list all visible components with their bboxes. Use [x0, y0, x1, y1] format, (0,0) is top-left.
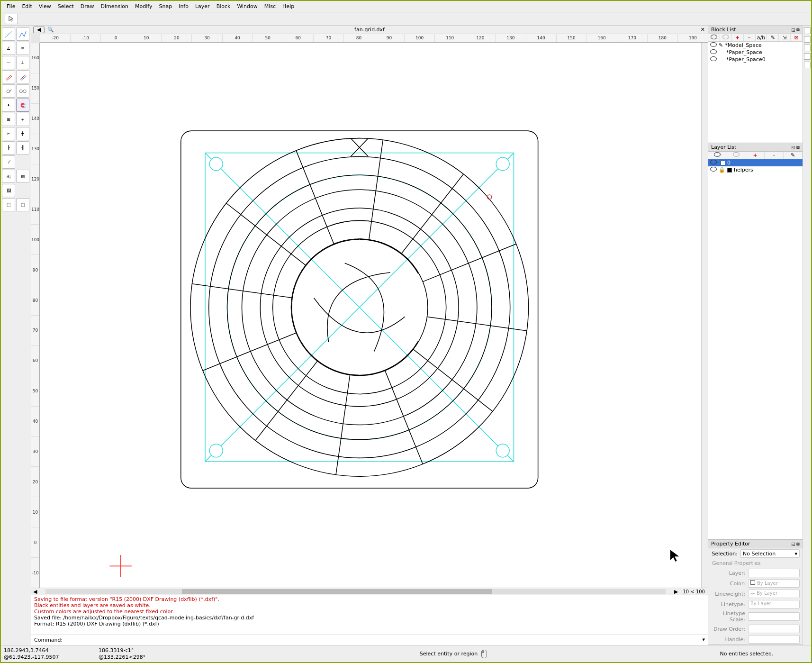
rtab-1[interactable] — [804, 27, 811, 34]
tool-image[interactable]: 🖼 — [2, 184, 15, 197]
menu-dimension[interactable]: Dimension — [98, 2, 131, 10]
ruler-y-tick: 30 — [31, 436, 39, 467]
rtab-5[interactable] — [804, 62, 811, 68]
block-rename-icon[interactable]: a/b — [756, 34, 767, 41]
prop-field-draworder[interactable] — [748, 625, 800, 633]
panel-close-icon[interactable]: ⊠ — [796, 27, 800, 32]
layer-add-icon[interactable]: + — [746, 152, 765, 159]
tool-ortho[interactable]: + — [16, 113, 29, 126]
lock-icon[interactable]: 🔒 — [719, 167, 725, 173]
vscroll[interactable] — [701, 43, 708, 588]
panel-close-icon[interactable]: ⊠ — [796, 542, 800, 546]
menu-window[interactable]: Window — [234, 2, 260, 10]
block-vis-all-icon[interactable] — [708, 34, 720, 41]
menu-snap[interactable]: Snap — [156, 2, 175, 10]
tool-text[interactable]: A| — [2, 170, 15, 183]
tool-hatch[interactable]: ▨ — [16, 170, 29, 183]
prop-field-ltscale[interactable] — [748, 612, 800, 621]
tool-break2[interactable]: ╢ — [16, 141, 29, 154]
eye-icon[interactable] — [710, 160, 717, 166]
layer-edit-icon[interactable]: ✎ — [784, 152, 803, 159]
tool-tangent1[interactable]: ○⁄ — [2, 84, 15, 98]
menu-misc[interactable]: Misc — [262, 2, 279, 10]
tool-snap1[interactable]: ✦ — [2, 99, 15, 112]
layer-row[interactable]: 🔒helpers — [708, 166, 803, 173]
eye-icon[interactable] — [710, 42, 717, 48]
ruler-y-tick: 40 — [31, 406, 39, 436]
prop-field-color[interactable]: By Layer — [748, 579, 800, 588]
layer-remove-icon[interactable]: – — [765, 152, 784, 159]
menu-layer[interactable]: Layer — [192, 2, 213, 10]
pointer-tool-button[interactable] — [5, 14, 18, 24]
layer-row[interactable]: 0 — [708, 159, 803, 166]
prop-field-linetype[interactable]: By Layer — [748, 600, 800, 609]
tool-para2[interactable] — [16, 70, 29, 83]
tool-layer-b[interactable]: ⬚ — [16, 198, 29, 211]
block-remove-icon[interactable]: – — [744, 34, 756, 41]
tool-para1[interactable] — [2, 70, 15, 83]
tool-break1[interactable]: ╟ — [2, 141, 15, 154]
menu-block[interactable]: Block — [214, 2, 234, 10]
panel-undock-icon[interactable]: ◱ — [791, 145, 795, 150]
hscroll[interactable]: ◀ ▶ 10 < 100 — [31, 588, 708, 595]
prop-field-lineweight[interactable]: — By Layer — [748, 590, 800, 598]
tool-layer-a[interactable]: ⬚ — [2, 198, 15, 211]
rtab-2[interactable] — [804, 36, 811, 43]
menu-modify[interactable]: Modify — [132, 2, 155, 10]
menu-select[interactable]: Select — [55, 2, 77, 10]
tool-angle-line[interactable]: ∠ — [2, 42, 15, 55]
rtab-3[interactable] — [804, 45, 811, 51]
panel-undock-icon[interactable]: ◱ — [791, 542, 795, 546]
command-input[interactable] — [65, 635, 699, 645]
tool-point[interactable]: ·⁄ — [2, 155, 15, 169]
menu-edit[interactable]: Edit — [19, 2, 35, 10]
tool-hline[interactable]: — — [2, 56, 15, 69]
block-edit-icon[interactable]: ✎ — [767, 34, 779, 41]
menu-info[interactable]: Info — [176, 2, 191, 10]
panel-undock-icon[interactable]: ◱ — [791, 27, 795, 32]
block-row[interactable]: *Paper_Space0 — [708, 56, 803, 63]
tool-multi-line[interactable]: ≡ — [16, 42, 29, 55]
tool-snap-magnet[interactable]: 🧲 — [16, 99, 29, 112]
tab-back-button[interactable]: ◀ — [33, 27, 45, 33]
block-row[interactable]: ✎*Model_Space — [708, 42, 803, 49]
selection-dropdown[interactable]: No Selection▾ — [740, 549, 800, 558]
eye-icon[interactable] — [710, 49, 717, 55]
status-polar-rel: @133.2261<298° — [99, 654, 222, 661]
ruler-x-tick: 60 — [283, 34, 313, 42]
ruler-x-tick: 90 — [374, 34, 404, 42]
close-tab-icon[interactable]: ✕ — [701, 27, 705, 33]
tool-tangent2[interactable]: ○○ — [16, 84, 29, 98]
block-insert-icon[interactable]: ⇲ — [779, 34, 791, 41]
panel-close-icon[interactable]: ⊠ — [796, 145, 800, 150]
eye-icon[interactable] — [710, 56, 717, 63]
prop-field-layer[interactable] — [748, 569, 800, 577]
svg-line-27 — [203, 333, 296, 371]
rtab-4[interactable] — [804, 53, 811, 60]
pencil-icon[interactable]: ✎ — [719, 42, 723, 48]
layer-list[interactable]: 0🔒helpers — [708, 159, 803, 539]
menu-file[interactable]: File — [4, 2, 18, 10]
block-add-icon[interactable]: + — [732, 34, 744, 41]
prop-label-ltscale: Linetype Scale: — [711, 610, 745, 623]
menu-view[interactable]: View — [36, 2, 54, 10]
eye-icon[interactable] — [710, 167, 717, 173]
command-toggle-icon[interactable]: ▾ — [699, 635, 708, 645]
block-list[interactable]: ✎*Model_Space*Paper_Space*Paper_Space0 — [708, 42, 803, 143]
menu-help[interactable]: Help — [280, 2, 297, 10]
menu-draw[interactable]: Draw — [78, 2, 97, 10]
block-close-icon[interactable]: ⊠ — [791, 34, 803, 41]
layer-vis-all-icon[interactable] — [708, 152, 727, 159]
tool-intersect[interactable]: ╋ — [16, 127, 29, 140]
block-row[interactable]: *Paper_Space — [708, 49, 803, 56]
block-vis-one-icon[interactable] — [720, 34, 732, 41]
tool-cut[interactable]: ✂ — [2, 127, 15, 140]
layer-vis-one-icon[interactable] — [727, 152, 746, 159]
tool-grid[interactable]: ⊞ — [2, 113, 15, 126]
prop-field-handle[interactable] — [748, 635, 800, 644]
command-log: Saving to file format version "R15 (2000… — [31, 595, 708, 635]
drawing-canvas[interactable] — [40, 43, 701, 588]
tool-polyline[interactable] — [16, 27, 29, 41]
tool-line[interactable] — [2, 27, 15, 41]
tool-perp[interactable]: ⊥ — [16, 56, 29, 69]
